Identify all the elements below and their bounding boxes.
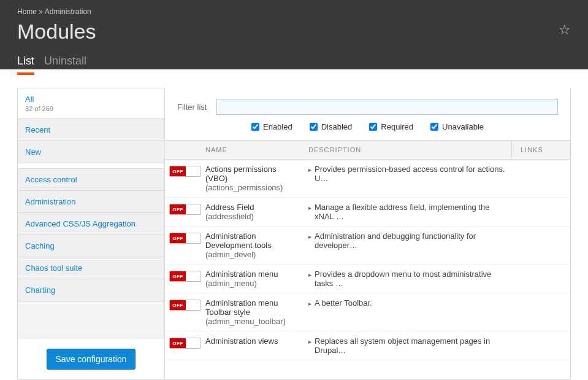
table-row: OFFAddress Field(addressfield)▸Manage a … [165, 198, 570, 227]
save-button[interactable]: Save configuration [47, 349, 136, 370]
module-name: Administration menu Toolbar style [205, 298, 300, 317]
caret-right-icon[interactable]: ▸ [308, 298, 311, 309]
module-name: Administration Development tools [205, 231, 300, 250]
caret-right-icon[interactable]: ▸ [308, 165, 311, 176]
links-cell [511, 269, 570, 288]
check-unavailable[interactable]: Unavailable [430, 122, 484, 131]
check-enabled[interactable]: Enabled [251, 122, 292, 131]
caret-right-icon[interactable]: ▸ [308, 203, 311, 214]
filter-input[interactable] [216, 99, 558, 115]
module-description: Provides a dropdown menu to most adminis… [315, 269, 505, 288]
links-cell [511, 231, 570, 259]
caret-right-icon[interactable]: ▸ [308, 231, 311, 242]
sidebar-item[interactable]: Advanced CSS/JS Aggregation [18, 213, 164, 235]
breadcrumb: Home » Administration [17, 7, 571, 16]
module-machine-name: (admin_devel) [205, 250, 300, 259]
module-description: Provides permission-based access control… [315, 165, 505, 183]
module-machine-name: (admin_menu_toolbar) [205, 317, 300, 326]
links-cell [511, 298, 570, 326]
star-icon[interactable]: ☆ [559, 22, 571, 38]
tab-uninstall[interactable]: Uninstall [44, 55, 86, 75]
toggle-off-label: OFF [170, 338, 186, 348]
sidebar-item-all[interactable]: All32 of 269 [18, 88, 164, 119]
module-name: Administration menu [205, 269, 300, 279]
toggle-switch[interactable]: OFF [169, 338, 201, 349]
check-required[interactable]: Required [369, 122, 413, 131]
table-row: OFFAdministration menu Toolbar style(adm… [165, 293, 570, 332]
toggle-off-label: OFF [170, 271, 186, 281]
table-row: OFFAdministration menu(admin_menu)▸Provi… [165, 265, 570, 293]
breadcrumb-home[interactable]: Home [17, 7, 37, 16]
module-machine-name: (admin_menu) [205, 279, 300, 288]
links-cell [511, 203, 570, 221]
module-description: A better Toolbar. [315, 298, 372, 308]
toggle-off-label: OFF [170, 166, 186, 176]
module-machine-name: (actions_permissions) [205, 183, 300, 192]
links-cell [511, 336, 570, 355]
table-row: OFFAdministration Development tools(admi… [165, 227, 570, 265]
filter-label: Filter list [177, 103, 207, 112]
checkbox[interactable] [430, 123, 438, 131]
module-description: Manage a flexible address field, impleme… [315, 203, 505, 221]
breadcrumb-admin[interactable]: Administration [45, 7, 91, 16]
toggle-switch[interactable]: OFF [169, 233, 201, 244]
module-name: Address Field [205, 203, 300, 212]
sidebar-item-new[interactable]: New [18, 141, 164, 163]
sidebar-item[interactable]: Access control [18, 168, 164, 191]
col-links: LINKS [511, 141, 570, 159]
module-name: Administration views [205, 336, 300, 346]
sidebar-item-recent[interactable]: Recent [18, 119, 164, 141]
sidebar-item[interactable]: Caching [18, 235, 164, 257]
toggle-switch[interactable]: OFF [169, 300, 201, 311]
page-title: Modules [17, 20, 571, 44]
col-desc: DESCRIPTION [300, 146, 511, 153]
check-disabled[interactable]: Disabled [310, 122, 353, 131]
module-description: Administration and debugging functionali… [315, 231, 505, 250]
caret-right-icon[interactable]: ▸ [308, 269, 311, 281]
toggle-switch[interactable]: OFF [169, 204, 201, 215]
sidebar-count: 32 of 269 [25, 105, 157, 112]
checkbox[interactable] [369, 123, 377, 131]
table-row: OFFAdministration views▸Replaces all sys… [165, 332, 570, 360]
sidebar-item[interactable]: Chaos tool suite [18, 257, 164, 279]
module-machine-name: (addressfield) [205, 212, 300, 221]
tab-list[interactable]: List [17, 55, 34, 75]
toggle-switch[interactable]: OFF [169, 166, 201, 177]
table-row: OFFActions permissions (VBO)(actions_per… [165, 160, 570, 198]
col-name: NAME [205, 146, 300, 153]
checkbox[interactable] [251, 123, 259, 131]
links-cell [511, 165, 570, 192]
sidebar-item[interactable]: Administration [18, 191, 164, 213]
toggle-off-label: OFF [170, 300, 186, 310]
module-name: Actions permissions (VBO) [205, 165, 300, 183]
toggle-off-label: OFF [170, 233, 186, 243]
sidebar-item[interactable]: Charting [18, 279, 164, 301]
checkbox[interactable] [310, 123, 318, 131]
caret-right-icon[interactable]: ▸ [308, 336, 311, 347]
toggle-switch[interactable]: OFF [169, 271, 201, 282]
toggle-off-label: OFF [170, 204, 186, 214]
module-description: Replaces all system object management pa… [315, 336, 505, 355]
